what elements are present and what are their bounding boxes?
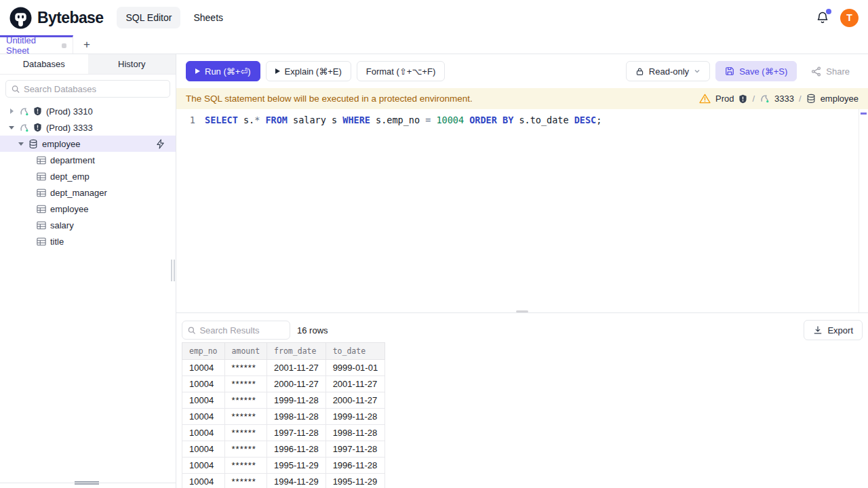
table-row: 10004 ****** 1994-11-29 1995-11-29 [182, 474, 385, 488]
sql-code: SELECT s.* FROM salary s WHERE s.emp_no … [205, 114, 601, 126]
results-search-input[interactable] [199, 325, 284, 336]
shield-icon [33, 123, 42, 132]
caret-right-icon[interactable] [8, 108, 15, 114]
environment-label: Prod [715, 94, 734, 104]
format-button[interactable]: Format (⇧+⌥+F) [357, 61, 445, 81]
panel-resize-handle[interactable] [176, 312, 868, 318]
instance-crumb: 3333 [774, 94, 794, 104]
sheet-tab-untitled[interactable]: Untitled Sheet [0, 35, 73, 54]
nav-sheets[interactable]: Sheets [184, 7, 232, 28]
cell-amount: ****** [224, 474, 267, 488]
row-count: 16 rows [297, 325, 328, 336]
cell-emp-no: 10004 [182, 425, 225, 441]
table-icon [37, 237, 46, 246]
tree-table-title[interactable]: title [0, 233, 176, 249]
cell-amount: ****** [224, 360, 267, 376]
explain-button[interactable]: Explain (⌘+E) [266, 61, 351, 81]
tab-history[interactable]: History [88, 54, 176, 74]
table-icon [37, 188, 46, 197]
run-label: Run (⌘+⏎) [205, 66, 251, 77]
cell-amount: ****** [224, 409, 267, 425]
cell-from-date: 2001-11-27 [267, 360, 326, 376]
tree-instance-3310[interactable]: (Prod) 3310 [0, 103, 176, 119]
caret-down-icon[interactable] [18, 142, 24, 146]
run-button[interactable]: Run (⌘+⏎) [186, 61, 260, 81]
tree-table-employee[interactable]: employee [0, 201, 176, 217]
instance-label: (Prod) 3333 [46, 123, 93, 133]
results-header: 16 rows Export [176, 318, 868, 342]
search-icon [12, 85, 20, 94]
panel-resize-grip[interactable] [516, 310, 528, 312]
cell-to-date: 9999-01-01 [326, 360, 385, 376]
table-row: 10004 ****** 1997-11-28 1998-11-28 [182, 425, 385, 441]
editor-overview-ruler [859, 109, 868, 312]
save-button[interactable]: Save (⌘+S) [715, 61, 797, 81]
sql-editor[interactable]: 1 SELECT s.* FROM salary s WHERE s.emp_n… [176, 109, 868, 312]
table-label: employee [50, 204, 88, 214]
new-sheet-button[interactable]: + [73, 35, 100, 54]
column-header-from-date: from_date [267, 343, 326, 360]
tree-table-department[interactable]: department [0, 152, 176, 168]
breadcrumb-separator: / [752, 94, 755, 104]
cell-to-date: 1997-11-28 [326, 441, 385, 458]
breadcrumb-separator: / [799, 94, 802, 104]
table-icon [37, 221, 46, 230]
mysql-instance-icon [19, 106, 29, 117]
table-row: 10004 ****** 2001-11-27 9999-01-01 [182, 360, 385, 376]
table-icon [37, 156, 46, 165]
unsaved-indicator [62, 43, 66, 48]
tree-database-employee[interactable]: employee [0, 136, 176, 152]
column-header-to-date: to_date [326, 343, 385, 360]
caret-down-icon[interactable] [8, 126, 15, 129]
database-search-input[interactable] [24, 84, 164, 94]
table-row: 10004 ****** 2000-11-27 2001-11-27 [182, 376, 385, 392]
brand-name: Bytebase [37, 9, 103, 27]
sidebar-resize-handle[interactable] [171, 260, 175, 281]
table-icon [37, 205, 46, 214]
notifications-button[interactable] [816, 11, 829, 24]
bytebase-logo[interactable]: Bytebase [9, 7, 103, 29]
lightning-bolt-icon[interactable] [156, 139, 165, 149]
table-row: 10004 ****** 1998-11-28 1999-11-28 [182, 409, 385, 425]
database-label: employee [42, 139, 80, 149]
sidebar-bottom-resize-handle[interactable] [75, 481, 99, 485]
tab-databases[interactable]: Databases [0, 54, 88, 74]
user-avatar[interactable]: T [840, 9, 859, 27]
cell-from-date: 1999-11-28 [267, 392, 326, 409]
table-label: department [50, 155, 95, 165]
table-label: dept_manager [50, 188, 107, 198]
tree-instance-3333[interactable]: (Prod) 3333 [0, 119, 176, 136]
table-label: dept_emp [50, 171, 90, 182]
cell-to-date: 2000-11-27 [326, 392, 385, 409]
format-label: Format (⇧+⌥+F) [366, 66, 435, 77]
column-header-emp-no: emp_no [182, 343, 225, 360]
cell-emp-no: 10004 [182, 458, 225, 474]
overview-cursor-mark [861, 113, 867, 115]
cell-to-date: 1998-11-28 [326, 425, 385, 441]
header-row: emp_no amount from_date to_date [182, 343, 385, 360]
protected-env-message: The SQL statement below will be executed… [186, 94, 473, 104]
share-icon [811, 66, 821, 77]
cell-from-date: 1998-11-28 [267, 409, 326, 425]
connection-breadcrumb: Prod / 3333 / employee [699, 94, 859, 104]
share-button[interactable]: Share [802, 61, 859, 81]
database-search[interactable] [5, 80, 170, 98]
cell-to-date: 1996-11-28 [326, 458, 385, 474]
tree-table-dept-emp[interactable]: dept_emp [0, 168, 176, 184]
workspace: Databases History (Prod) 331 [0, 54, 868, 488]
results-search[interactable] [182, 321, 290, 340]
tree-table-salary[interactable]: salary [0, 217, 176, 233]
tree-table-dept-manager[interactable]: dept_manager [0, 184, 176, 201]
sidebar-bottom-divider [0, 483, 176, 483]
download-icon [813, 325, 823, 335]
sheet-tab-bar: Untitled Sheet + [0, 35, 868, 54]
cell-from-date: 1994-11-29 [267, 474, 326, 488]
topbar-right: T [816, 9, 859, 27]
cell-emp-no: 10004 [182, 376, 225, 392]
readonly-mode-button[interactable]: Read-only [626, 61, 710, 81]
table-row: 10004 ****** 1999-11-28 2000-11-27 [182, 392, 385, 409]
cell-emp-no: 10004 [182, 392, 225, 409]
editor-toolbar: Run (⌘+⏎) Explain (⌘+E) Format (⇧+⌥+F) R… [176, 54, 868, 88]
nav-sql-editor[interactable]: SQL Editor [117, 7, 180, 28]
export-button[interactable]: Export [804, 320, 863, 340]
